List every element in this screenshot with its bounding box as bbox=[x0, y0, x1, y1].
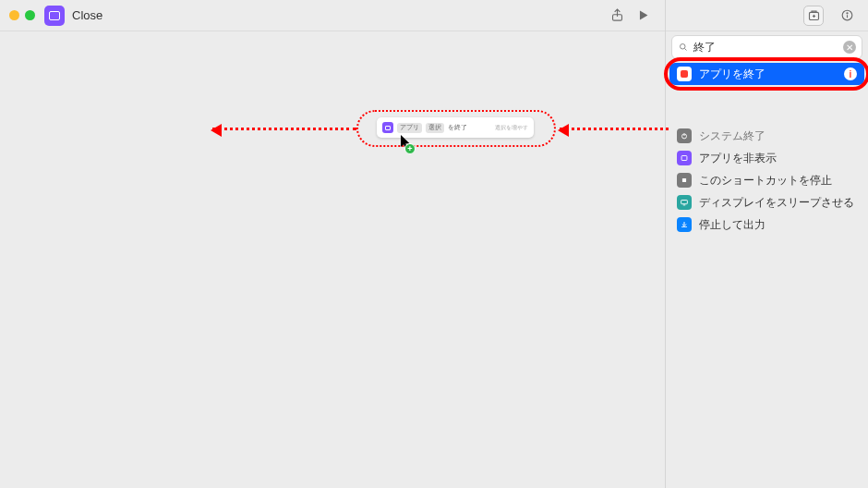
stop-icon bbox=[677, 173, 692, 188]
action-item-label: アプリを終了 bbox=[699, 67, 766, 81]
editor-toolbar: Close bbox=[0, 0, 665, 31]
svg-rect-9 bbox=[681, 226, 687, 227]
action-item-sleep-display[interactable]: ディスプレイをスリープさせる bbox=[669, 192, 864, 213]
display-icon bbox=[677, 195, 692, 210]
action-info-button[interactable]: i bbox=[844, 67, 857, 80]
action-item-quit-app[interactable]: アプリを終了 i bbox=[669, 63, 864, 85]
svg-rect-7 bbox=[682, 178, 686, 182]
zoom-dot[interactable] bbox=[25, 10, 35, 20]
action-var-pill[interactable]: 選択 bbox=[426, 123, 444, 133]
actions-search[interactable]: ✕ bbox=[671, 35, 862, 59]
workflow-canvas[interactable]: アプリ 選択 を終了 選択を増やす + bbox=[0, 31, 665, 488]
dragged-action-block[interactable]: アプリ 選択 を終了 選択を増やす bbox=[377, 117, 534, 138]
action-item-label: システム終了 bbox=[699, 129, 766, 143]
svg-rect-6 bbox=[681, 156, 687, 161]
action-item-shutdown[interactable]: システム終了 bbox=[669, 126, 864, 146]
window-traffic-lights bbox=[9, 10, 35, 20]
clear-search-button[interactable]: ✕ bbox=[843, 41, 856, 54]
selected-action-wrap: アプリを終了 i bbox=[669, 63, 864, 85]
info-tab-button[interactable] bbox=[837, 6, 857, 26]
svg-point-3 bbox=[846, 13, 847, 14]
quit-app-icon bbox=[677, 67, 692, 81]
action-item-label: アプリを非表示 bbox=[699, 152, 777, 165]
app-window-icon bbox=[677, 151, 692, 165]
annotation-arrow-right bbox=[560, 128, 669, 130]
action-item-label: 停止して出力 bbox=[699, 218, 766, 232]
actions-panel: ✕ アプリを終了 i システム終了 アプリを非表示 このショートカ bbox=[665, 0, 868, 488]
search-icon bbox=[678, 42, 689, 53]
actions-list: システム終了 アプリを非表示 このショートカットを停止 ディスプレイをスリープさ… bbox=[666, 122, 868, 238]
editor-area: Close アプリ 選択 を終了 選択を増やす + bbox=[0, 0, 665, 488]
output-icon bbox=[677, 217, 692, 232]
shortcut-icon bbox=[44, 6, 65, 26]
share-button[interactable] bbox=[604, 5, 630, 27]
cursor-icon bbox=[401, 135, 412, 153]
action-item-label: ディスプレイをスリープさせる bbox=[699, 196, 854, 210]
app-square-icon bbox=[382, 122, 393, 133]
library-tab-button[interactable] bbox=[803, 6, 824, 26]
shortcut-title: Close bbox=[72, 8, 102, 22]
action-item-label: このショートカットを停止 bbox=[699, 174, 832, 188]
svg-rect-8 bbox=[681, 201, 688, 204]
action-suffix-text: を終了 bbox=[448, 124, 467, 132]
svg-point-4 bbox=[681, 44, 686, 50]
action-item-stop-shortcut[interactable]: このショートカットを停止 bbox=[669, 170, 864, 190]
search-wrap: ✕ bbox=[666, 31, 868, 63]
action-hint: 選択を増やす bbox=[495, 124, 528, 132]
action-item-hide-app[interactable]: アプリを非表示 bbox=[669, 148, 864, 168]
action-prefix-pill: アプリ bbox=[397, 123, 422, 133]
drag-copy-plus-icon: + bbox=[404, 143, 416, 154]
run-button[interactable] bbox=[630, 5, 656, 27]
power-icon bbox=[677, 128, 692, 143]
action-item-stop-and-output[interactable]: 停止して出力 bbox=[669, 214, 864, 235]
annotation-arrow-left bbox=[212, 128, 356, 130]
minimize-dot[interactable] bbox=[9, 10, 19, 20]
panel-toolbar bbox=[666, 0, 868, 31]
search-input[interactable] bbox=[693, 41, 838, 54]
